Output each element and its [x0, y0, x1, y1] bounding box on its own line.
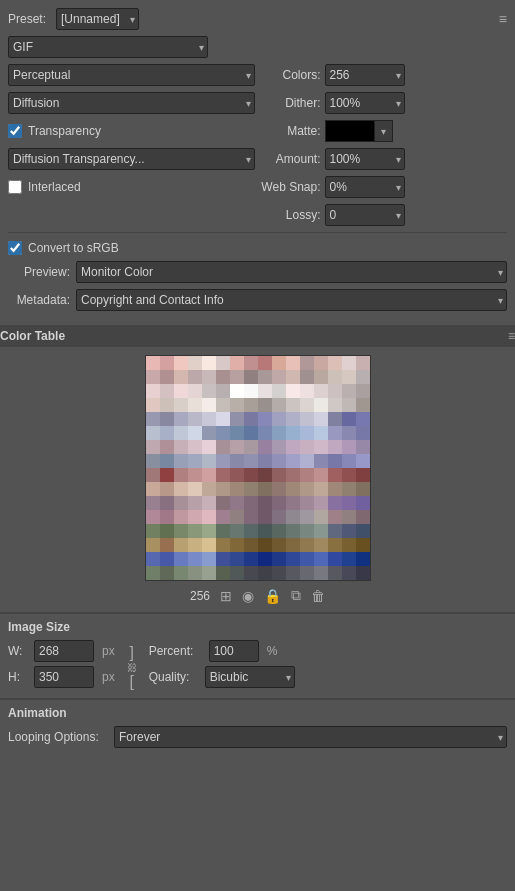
color-cell[interactable] — [160, 370, 174, 384]
color-cell[interactable] — [356, 524, 370, 538]
color-cell[interactable] — [272, 384, 286, 398]
color-cell[interactable] — [146, 440, 160, 454]
color-cell[interactable] — [160, 454, 174, 468]
color-cell[interactable] — [258, 426, 272, 440]
color-cell[interactable] — [286, 496, 300, 510]
color-cell[interactable] — [300, 538, 314, 552]
color-cell[interactable] — [202, 468, 216, 482]
quality-select[interactable]: Nearest Neighbor Bilinear Bicubic Bicubi… — [205, 666, 295, 688]
lossy-select[interactable]: 012510 — [325, 204, 405, 226]
color-cell[interactable] — [174, 454, 188, 468]
color-cell[interactable] — [356, 356, 370, 370]
color-cell[interactable] — [328, 538, 342, 552]
color-cell[interactable] — [328, 566, 342, 580]
color-cell[interactable] — [146, 398, 160, 412]
color-cell[interactable] — [174, 538, 188, 552]
color-cell[interactable] — [202, 426, 216, 440]
color-cell[interactable] — [174, 482, 188, 496]
percent-input[interactable] — [209, 640, 259, 662]
color-cell[interactable] — [300, 552, 314, 566]
color-table-menu-icon[interactable]: ≡ — [508, 329, 515, 343]
color-cell[interactable] — [342, 552, 356, 566]
color-cell[interactable] — [258, 538, 272, 552]
color-cell[interactable] — [188, 538, 202, 552]
color-cell[interactable] — [258, 468, 272, 482]
color-cell[interactable] — [314, 454, 328, 468]
format-select[interactable]: GIF — [8, 36, 208, 58]
color-cell[interactable] — [160, 440, 174, 454]
color-cell[interactable] — [160, 510, 174, 524]
color-cell[interactable] — [314, 426, 328, 440]
color-cell[interactable] — [286, 356, 300, 370]
color-cell[interactable] — [146, 566, 160, 580]
color-cell[interactable] — [230, 370, 244, 384]
color-cell[interactable] — [160, 566, 174, 580]
color-cell[interactable] — [328, 412, 342, 426]
color-cell[interactable] — [160, 482, 174, 496]
color-cell[interactable] — [174, 412, 188, 426]
color-cell[interactable] — [146, 524, 160, 538]
color-cell[interactable] — [230, 482, 244, 496]
color-cell[interactable] — [202, 524, 216, 538]
color-cell[interactable] — [356, 566, 370, 580]
color-cell[interactable] — [272, 398, 286, 412]
color-cell[interactable] — [356, 426, 370, 440]
color-cell[interactable] — [230, 566, 244, 580]
lock-icon[interactable]: 🔒 — [264, 588, 281, 604]
color-cell[interactable] — [160, 552, 174, 566]
color-cell[interactable] — [146, 370, 160, 384]
duplicate-icon[interactable]: ⧉ — [291, 587, 301, 604]
interlaced-checkbox[interactable] — [8, 180, 22, 194]
color-cell[interactable] — [230, 356, 244, 370]
color-cell[interactable] — [356, 468, 370, 482]
color-cell[interactable] — [230, 454, 244, 468]
color-cell[interactable] — [272, 552, 286, 566]
color-cell[interactable] — [314, 482, 328, 496]
color-cell[interactable] — [258, 454, 272, 468]
color-cell[interactable] — [216, 412, 230, 426]
color-cell[interactable] — [314, 566, 328, 580]
color-cell[interactable] — [174, 566, 188, 580]
color-cell[interactable] — [286, 524, 300, 538]
preset-menu-icon[interactable]: ≡ — [499, 11, 507, 27]
color-cell[interactable] — [202, 454, 216, 468]
color-cell[interactable] — [356, 482, 370, 496]
color-cell[interactable] — [174, 370, 188, 384]
color-cell[interactable] — [286, 398, 300, 412]
width-input[interactable] — [34, 640, 94, 662]
preset-select[interactable]: [Unnamed] — [56, 8, 139, 30]
color-cell[interactable] — [356, 412, 370, 426]
color-cell[interactable] — [356, 440, 370, 454]
color-cell[interactable] — [342, 524, 356, 538]
color-cell[interactable] — [314, 370, 328, 384]
color-cell[interactable] — [314, 538, 328, 552]
color-cell[interactable] — [356, 398, 370, 412]
color-cell[interactable] — [160, 496, 174, 510]
color-cell[interactable] — [230, 552, 244, 566]
color-cell[interactable] — [174, 468, 188, 482]
metadata-select[interactable]: None Copyright Copyright and Contact Inf… — [76, 289, 507, 311]
color-cell[interactable] — [300, 454, 314, 468]
color-cell[interactable] — [160, 468, 174, 482]
color-cell[interactable] — [328, 510, 342, 524]
color-cell[interactable] — [356, 538, 370, 552]
color-cell[interactable] — [272, 468, 286, 482]
color-cell[interactable] — [328, 356, 342, 370]
color-cell[interactable] — [188, 356, 202, 370]
color-cell[interactable] — [146, 356, 160, 370]
color-cell[interactable] — [244, 454, 258, 468]
color-cell[interactable] — [216, 426, 230, 440]
matte-swatch[interactable] — [325, 120, 375, 142]
color-cell[interactable] — [188, 426, 202, 440]
color-cell[interactable] — [160, 524, 174, 538]
color-cell[interactable] — [342, 482, 356, 496]
color-cell[interactable] — [300, 510, 314, 524]
color-cell[interactable] — [146, 384, 160, 398]
color-cell[interactable] — [272, 538, 286, 552]
color-cell[interactable] — [188, 398, 202, 412]
color-cell[interactable] — [328, 468, 342, 482]
color-cell[interactable] — [216, 356, 230, 370]
color-cell[interactable] — [244, 524, 258, 538]
color-cell[interactable] — [328, 524, 342, 538]
color-cell[interactable] — [244, 412, 258, 426]
